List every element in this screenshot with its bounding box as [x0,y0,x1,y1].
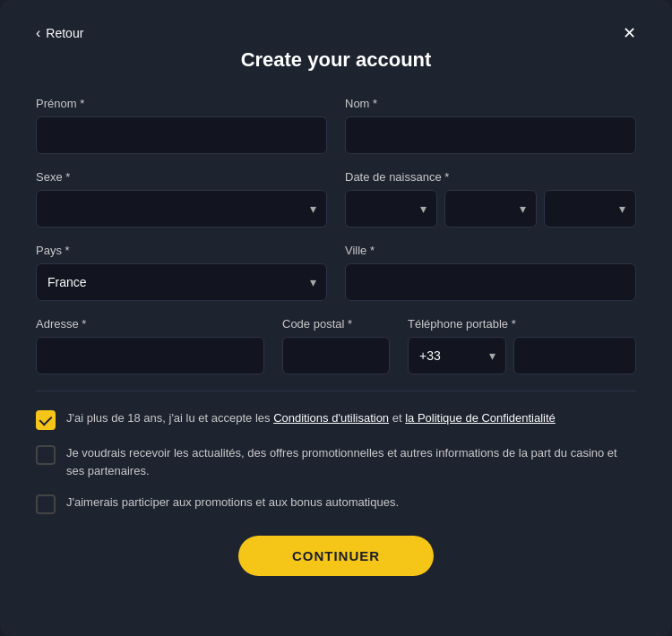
dob-group: Date de naissance * 01020304 05101520 25… [345,170,636,228]
checkbox-news-group: Je voudrais recevoir les actualités, des… [36,444,636,479]
back-label: Retour [46,26,83,40]
sexe-group: Sexe * Homme Femme Autre [36,170,327,228]
checkbox-terms-group: J'ai plus de 18 ans, j'ai lu et accepte … [36,409,636,430]
chevron-left-icon: ‹ [36,26,40,40]
terms-link[interactable]: Conditions d'utilisation [273,411,389,425]
pays-label: Pays * [36,244,327,257]
page-title: Create your account [36,48,636,72]
checkbox-promo-label: J'aimerais participer aux promotions et … [66,494,399,511]
adresse-label: Adresse * [36,317,264,331]
dob-day-wrapper: 01020304 05101520 253031 [345,190,437,228]
checkbox-terms-wrap [36,410,56,430]
divider [36,391,636,391]
checkbox-news-wrap [36,445,56,465]
back-button[interactable]: ‹ Retour [36,26,83,40]
prenom-nom-row: Prénom * Nom * [36,97,636,154]
dob-label: Date de naissance * [345,170,636,184]
adresse-row: Adresse * Code postal * Téléphone portab… [36,317,636,374]
checkbox-terms-label: J'ai plus de 18 ans, j'ai lu et accepte … [66,409,556,427]
nom-input[interactable] [345,116,636,154]
dob-month-wrapper: 01020304 05060708 09101112 [444,190,537,228]
dob-month-select[interactable]: 01020304 05060708 09101112 [444,190,537,228]
pays-ville-row: Pays * France Belgique Suisse Canada Aut… [36,244,636,301]
pays-group: Pays * France Belgique Suisse Canada Aut… [36,244,327,301]
close-icon: ✕ [623,24,636,42]
dob-year-wrapper: 200520001995 199019851980 19751970 [544,190,636,228]
sexe-select-wrapper: Homme Femme Autre [36,190,327,228]
terms-text-before: J'ai plus de 18 ans, j'ai lu et accepte … [66,411,273,425]
terms-text-middle: et [389,411,405,425]
adresse-input[interactable] [36,337,264,374]
adresse-group: Adresse * [36,317,264,374]
ville-input[interactable] [345,263,636,301]
modal-header: ‹ Retour ✕ [36,25,636,41]
code-postal-label: Code postal * [282,317,390,331]
telephone-group: Téléphone portable * +33 +32 +41 +1 [408,317,636,374]
code-postal-input[interactable] [282,337,390,374]
privacy-link[interactable]: la Politique de Confidentialité [405,411,556,425]
nom-label: Nom * [345,97,636,110]
telephone-label: Téléphone portable * [408,317,636,331]
ville-label: Ville * [345,244,636,257]
phone-row: +33 +32 +41 +1 [408,337,636,374]
nom-group: Nom * [345,97,636,154]
pays-select-wrapper: France Belgique Suisse Canada Autre [36,263,327,301]
registration-modal: ‹ Retour ✕ Create your account Prénom * … [0,0,672,636]
checkbox-news-label: Je voudrais recevoir les actualités, des… [66,444,636,479]
ville-group: Ville * [345,244,636,301]
close-button[interactable]: ✕ [623,25,636,41]
checkbox-promo-group: J'aimerais participer aux promotions et … [36,494,636,514]
continue-button[interactable]: CONTINUER [238,536,434,576]
phone-prefix-wrapper: +33 +32 +41 +1 [408,337,506,374]
dob-selects-row: 01020304 05101520 253031 01020304 050607… [345,190,636,228]
pays-select[interactable]: France Belgique Suisse Canada Autre [36,263,327,301]
phone-prefix-select[interactable]: +33 +32 +41 +1 [408,337,506,374]
prenom-group: Prénom * [36,97,327,154]
sexe-select[interactable]: Homme Femme Autre [36,190,327,228]
prenom-input[interactable] [36,116,327,154]
dob-day-select[interactable]: 01020304 05101520 253031 [345,190,437,228]
prenom-label: Prénom * [36,97,327,110]
sexe-dob-row: Sexe * Homme Femme Autre Date de naissan… [36,170,636,228]
code-postal-group: Code postal * [282,317,390,374]
sexe-label: Sexe * [36,170,327,184]
phone-number-input[interactable] [513,337,636,374]
dob-year-select[interactable]: 200520001995 199019851980 19751970 [544,190,636,228]
checkbox-promo-wrap [36,494,56,514]
